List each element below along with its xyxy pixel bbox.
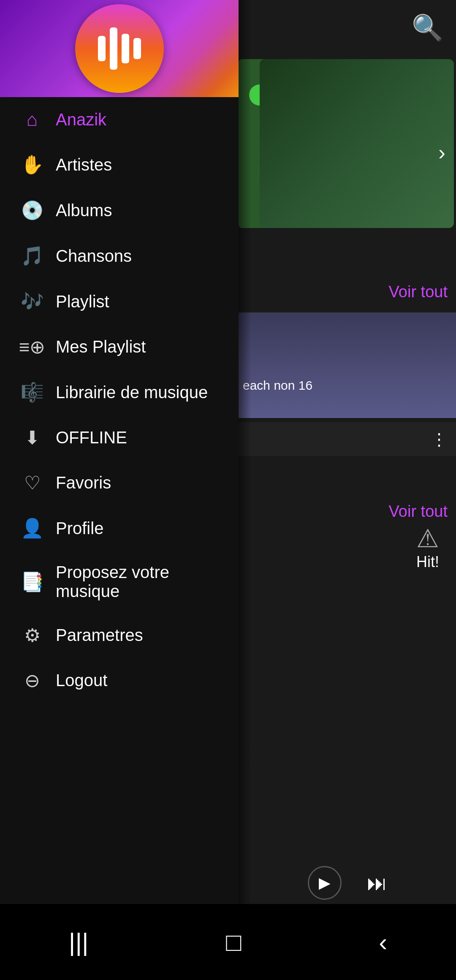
bottom-navigation: ||| □ ‹ (0, 904, 456, 980)
navigation-drawer: ⌂Anazik✋Artistes💿Albums🎵Chansons🎶Playlis… (0, 0, 239, 980)
nav-list: ⌂Anazik✋Artistes💿Albums🎵Chansons🎶Playlis… (0, 97, 239, 980)
hit-label: Hit! (416, 553, 439, 571)
sidebar-item-label-playlist: Playlist (56, 292, 109, 311)
artist-image (239, 312, 456, 418)
sidebar-item-label-albums: Albums (56, 201, 112, 220)
sidebar-item-label-parametres: Parametres (56, 626, 143, 645)
librairie-icon: 🎼 (17, 381, 47, 403)
voir-tout-1[interactable]: Voir tout (389, 283, 448, 301)
favoris-icon: ♡ (17, 472, 47, 494)
three-dots-icon[interactable]: ⋮ (431, 429, 448, 449)
sidebar-item-label-offline: OFFLINE (56, 428, 127, 447)
search-button[interactable]: 🔍 (412, 13, 443, 43)
sidebar-item-artistes[interactable]: ✋Artistes (0, 142, 239, 187)
sidebar-item-label-proposez: Proposez votre musique (56, 563, 222, 601)
logo-bar-3 (122, 34, 129, 63)
voir-tout-2[interactable]: Voir tout (389, 502, 448, 521)
app-logo (75, 4, 164, 93)
home-button[interactable]: □ (226, 928, 241, 957)
drawer-header (0, 0, 239, 97)
parametres-icon: ⚙ (17, 624, 47, 646)
logout-icon: ⊖ (17, 670, 47, 691)
play-button[interactable]: ▶ (308, 866, 342, 900)
menu-icon-button[interactable]: ||| (69, 928, 89, 957)
right-panel: 🔍 › Voir tout each non 16 ⋮ Voir tout ⚠ … (239, 0, 456, 980)
sidebar-item-favoris[interactable]: ♡Favoris (0, 460, 239, 505)
proposez-icon: 📑 (17, 571, 47, 593)
sidebar-item-anazik[interactable]: ⌂Anazik (0, 97, 239, 142)
dark-card[interactable]: ⋮ (239, 422, 456, 456)
drawer-shadow (239, 0, 251, 980)
sidebar-item-label-mes-playlist: Mes Playlist (56, 337, 146, 356)
playlist-sub-text: each non 16 (243, 378, 312, 393)
logo-bar-4 (133, 38, 141, 59)
anazik-icon: ⌂ (17, 109, 47, 130)
sidebar-item-offline[interactable]: ⬇OFFLINE (0, 415, 239, 460)
sidebar-item-logout[interactable]: ⊖Logout (0, 658, 239, 703)
sidebar-item-playlist[interactable]: 🎶Playlist (0, 279, 239, 324)
artist-card[interactable]: each non 16 (239, 312, 456, 418)
player-bar: ▶ ⏭ (239, 862, 456, 904)
albums-icon: 💿 (17, 199, 47, 221)
sidebar-item-label-favoris: Favoris (56, 473, 111, 492)
logo-bar-2 (110, 27, 117, 70)
skip-next-button[interactable]: ⏭ (367, 871, 387, 895)
back-button[interactable]: ‹ (379, 928, 387, 957)
sidebar-item-librairie[interactable]: 🎼Librairie de musique (0, 369, 239, 415)
mes-playlist-icon: ≡⊕ (17, 336, 47, 358)
sidebar-item-mes-playlist[interactable]: ≡⊕Mes Playlist (0, 324, 239, 369)
sidebar-item-label-librairie: Librairie de musique (56, 383, 208, 402)
profile-icon: 👤 (17, 517, 47, 539)
sidebar-item-label-logout: Logout (56, 671, 107, 690)
sidebar-item-albums[interactable]: 💿Albums (0, 187, 239, 233)
artistes-icon: ✋ (17, 154, 47, 176)
hit-exclamation-icon: ⚠ (416, 524, 439, 553)
chevron-right-icon[interactable]: › (438, 140, 445, 165)
chansons-icon: 🎵 (17, 245, 47, 267)
sidebar-item-parametres[interactable]: ⚙Parametres (0, 613, 239, 658)
playlist-icon: 🎶 (17, 290, 47, 312)
sidebar-item-proposez[interactable]: 📑Proposez votre musique (0, 551, 239, 613)
sidebar-item-label-artistes: Artistes (56, 155, 112, 174)
sidebar-item-label-chansons: Chansons (56, 247, 132, 266)
offline-icon: ⬇ (17, 427, 47, 448)
sidebar-item-label-profile: Profile (56, 519, 103, 538)
hit-section: ⚠ Hit! (416, 524, 439, 571)
logo-bars (98, 27, 141, 70)
sidebar-item-label-anazik: Anazik (56, 110, 106, 129)
sidebar-item-chansons[interactable]: 🎵Chansons (0, 233, 239, 279)
logo-bar-1 (98, 36, 106, 61)
guitar-card[interactable]: › (260, 59, 454, 228)
sidebar-item-profile[interactable]: 👤Profile (0, 505, 239, 551)
